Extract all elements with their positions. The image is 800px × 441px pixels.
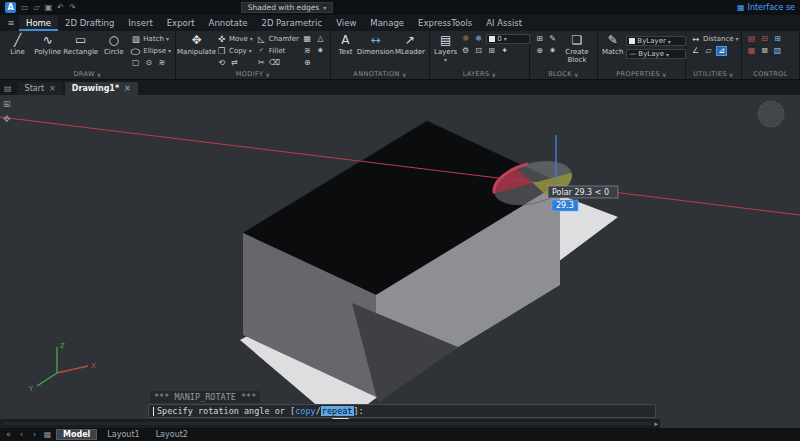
- trim-icon[interactable]: ✂: [256, 58, 267, 68]
- menu-icon[interactable]: ≡: [3, 15, 19, 31]
- panel-title-modify[interactable]: MODIFY ∨: [176, 69, 330, 79]
- distance-button[interactable]: ↔ Distance ▾: [690, 33, 739, 44]
- layer-new-icon[interactable]: ⊞: [486, 46, 497, 56]
- wipeout-icon[interactable]: ≋: [156, 58, 167, 68]
- panel-title-control[interactable]: CONTROL: [742, 69, 799, 79]
- panel-title-draw[interactable]: DRAW ∨: [0, 69, 175, 79]
- tab-home[interactable]: Home: [19, 15, 58, 31]
- tab-export[interactable]: Export: [160, 15, 202, 31]
- undo-icon[interactable]: ↶: [57, 3, 64, 12]
- command-option-copy[interactable]: copy: [295, 406, 315, 416]
- layer-lock-icon[interactable]: ✦: [499, 46, 510, 56]
- array-icon[interactable]: ▦: [302, 34, 313, 44]
- hatch-button[interactable]: ▨ Hatch ▾: [130, 33, 171, 44]
- redo-icon[interactable]: ↷: [69, 3, 76, 12]
- panel-title-block[interactable]: BLOCK ∨: [530, 69, 597, 79]
- close-icon[interactable]: ×: [49, 84, 56, 93]
- polyline-button[interactable]: ∿ Polyline: [34, 33, 61, 69]
- tab-layout2[interactable]: Layout2: [150, 429, 194, 440]
- scrollbar-track[interactable]: [3, 422, 651, 425]
- layer-on-icon[interactable]: ☼: [460, 34, 471, 44]
- text-button[interactable]: A Text: [335, 33, 356, 69]
- control-icon-6[interactable]: ▧: [772, 46, 783, 56]
- tab-2d-parametric[interactable]: 2D Parametric: [254, 15, 329, 31]
- layer-plot-icon[interactable]: ⊡: [473, 46, 484, 56]
- control-icon-3[interactable]: ⊞: [772, 34, 783, 44]
- command-option-repeat[interactable]: repeat: [321, 406, 354, 416]
- linetype-dropdown[interactable]: — ByLaye ▾: [626, 49, 686, 59]
- scroll-right-icon[interactable]: ▸: [654, 420, 658, 428]
- grid-icon[interactable]: ▦: [43, 430, 52, 439]
- app-logo-icon[interactable]: A: [5, 2, 16, 13]
- save-file-icon[interactable]: ▣: [45, 3, 53, 12]
- ellipse-button[interactable]: ○ Ellipse ▾: [130, 45, 171, 56]
- panel-title-properties[interactable]: PROPERTIES ∨: [598, 69, 685, 79]
- tab-insert[interactable]: Insert: [121, 15, 159, 31]
- boundary-icon[interactable]: ▢: [130, 58, 141, 68]
- tab-view[interactable]: View: [329, 15, 363, 31]
- copy-button[interactable]: ❐ Copy ▾: [216, 45, 253, 56]
- tab-expresstools[interactable]: ExpressTools: [411, 15, 479, 31]
- tab-layout1[interactable]: Layout1: [101, 429, 145, 440]
- fillet-button[interactable]: ◜ Fillet: [256, 45, 299, 56]
- rectangle-button[interactable]: ▭ Rectangle: [64, 33, 97, 69]
- rotate-icon[interactable]: ⟲: [216, 58, 227, 68]
- erase-icon[interactable]: ⌫: [269, 58, 280, 68]
- quick-measure-icon[interactable]: ⊿: [716, 46, 727, 56]
- document-menu-icon[interactable]: ▤: [4, 84, 12, 93]
- canvas-tool-icon-2[interactable]: ✥: [3, 114, 11, 124]
- open-file-icon[interactable]: ▱: [34, 3, 40, 12]
- manipulate-button[interactable]: ✥ Manipulate: [180, 33, 213, 69]
- drawing-canvas[interactable]: Polar 29.3 < 0 29.3 Z X Y ⊞ ✥: [0, 95, 800, 428]
- doc-tab-drawing1[interactable]: Drawing1* ×: [65, 82, 138, 95]
- explode-icon[interactable]: ✷: [315, 46, 326, 56]
- canvas-tool-icon-1[interactable]: ⊞: [3, 99, 11, 109]
- nav-first-icon[interactable]: «: [4, 430, 13, 439]
- color-dropdown[interactable]: ByLayer ▾: [626, 36, 686, 46]
- scale-icon[interactable]: △: [315, 34, 326, 44]
- angle-icon[interactable]: ∠: [690, 46, 701, 56]
- lookfrom-control[interactable]: [758, 101, 784, 127]
- create-block-button[interactable]: ❏ Create Block: [561, 33, 593, 69]
- command-input-line[interactable]: Specify rotation angle or [copy/repeat]:: [148, 404, 656, 418]
- nav-prev-icon[interactable]: ‹: [17, 430, 26, 439]
- layer-settings-icon[interactable]: ⚙: [460, 46, 471, 56]
- nav-next-icon[interactable]: ›: [30, 430, 39, 439]
- chamfer-button[interactable]: ◺ Chamfer: [256, 33, 299, 44]
- area-icon[interactable]: ▱: [703, 46, 714, 56]
- tab-model[interactable]: Model: [56, 429, 97, 440]
- block-explode-icon[interactable]: ✷: [547, 46, 558, 56]
- block-attach-icon[interactable]: ⊕: [534, 46, 545, 56]
- doc-tab-start[interactable]: Start ×: [18, 82, 63, 95]
- join-icon[interactable]: ⊕: [302, 58, 313, 68]
- block-edit-icon[interactable]: ✎: [547, 34, 558, 44]
- line-button[interactable]: ╱ Line: [4, 33, 31, 69]
- offset-icon[interactable]: ≋: [302, 46, 313, 56]
- interface-settings-button[interactable]: ▦ Interface se: [737, 3, 795, 12]
- visual-style-dropdown[interactable]: Shaded with edges ▾: [241, 2, 334, 13]
- match-button[interactable]: ✎ Match: [602, 33, 623, 69]
- dimension-button[interactable]: ↔ Dimension: [359, 33, 392, 69]
- tab-annotate[interactable]: Annotate: [202, 15, 255, 31]
- new-file-icon[interactable]: ▭: [21, 3, 29, 12]
- circle-button[interactable]: ○ Circle: [100, 33, 127, 69]
- tab-manage[interactable]: Manage: [363, 15, 411, 31]
- panel-title-layers[interactable]: LAYERS ∨: [430, 69, 529, 79]
- point-icon[interactable]: ⊙: [143, 58, 154, 68]
- control-icon-5[interactable]: ⊠: [759, 46, 770, 56]
- tab-2d-drafting[interactable]: 2D Drafting: [58, 15, 121, 31]
- move-button[interactable]: ✜ Move ▾: [216, 33, 253, 44]
- block-insert-icon[interactable]: ⊞: [534, 34, 545, 44]
- mirror-icon[interactable]: ⇄: [229, 58, 240, 68]
- tab-ai-assist[interactable]: AI Assist: [479, 15, 529, 31]
- panel-title-utilities[interactable]: UTILITIES ∨: [686, 69, 741, 79]
- close-icon[interactable]: ×: [124, 84, 131, 93]
- command-scrollbar[interactable]: ▸: [0, 419, 660, 428]
- panel-title-annotation[interactable]: ANNOTATION ∨: [331, 69, 429, 79]
- control-icon-4[interactable]: ▦: [746, 46, 757, 56]
- control-icon-2[interactable]: ⊟: [759, 34, 770, 44]
- layers-button[interactable]: ▤ Layers ▾: [434, 33, 457, 69]
- control-icon-1[interactable]: ▤: [746, 34, 757, 44]
- mleader-button[interactable]: ↗ MLeader: [395, 33, 425, 69]
- layer-freeze-icon[interactable]: ❄: [473, 34, 484, 44]
